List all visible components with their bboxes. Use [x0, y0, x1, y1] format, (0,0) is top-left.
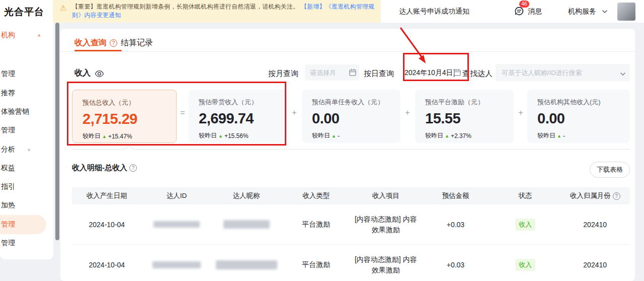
stat-card-task-income: 预估商单任务收入（元） 0.00 较昨日▲- — [302, 90, 400, 143]
sidebar-item-zhiyin[interactable]: 指引 — [0, 177, 50, 196]
detail-section-title: 收入明细-总收入 ? — [72, 163, 137, 173]
download-table-button[interactable]: 下载表格 — [590, 162, 630, 178]
expert-search-input[interactable] — [496, 64, 630, 81]
table-header: 收入产生日期 达人ID 达人昵称 收入类型 收入项目 预估金额 状态 收入归属月… — [72, 187, 630, 204]
divider — [72, 149, 630, 150]
delta-up-icon: ▲ — [332, 133, 336, 138]
message-label[interactable]: 消息 — [528, 7, 542, 16]
sidebar-item-fenxi[interactable]: 分析 ∨ — [0, 140, 50, 159]
sidebar-item-guanli-3[interactable]: 管理 — [0, 234, 50, 253]
divider — [60, 51, 635, 52]
tab-settlement-records[interactable]: 结算记录 — [121, 36, 153, 49]
col-income-project: 收入项目 — [351, 191, 421, 200]
col-expert-id: 达人ID — [142, 191, 212, 200]
stat-value: 15.55 — [425, 110, 504, 127]
delta-up-icon: ▲ — [218, 133, 223, 138]
redacted-expert-id — [142, 261, 212, 268]
stat-card-total-income: 预估总收入（元） 2,715.29 较昨日▲+15.47% — [72, 90, 177, 143]
main-panel: 收入查询 ? 结算记录 收入 按月查询 按日查询 2024年10月4日 查找达人 — [60, 29, 635, 281]
appeal-notification[interactable]: 达人账号申诉成功通知 — [399, 7, 469, 16]
operator-plus: + — [289, 108, 299, 117]
delta-up-icon: ▲ — [557, 133, 561, 138]
col-estimated-amount: 预估金额 — [421, 191, 491, 200]
sidebar-item-guanli-1[interactable]: 管理 — [0, 64, 50, 84]
topbar: 光合平台 ⚠ 【重要】逛逛机构管理规则新增条例，长期休眠机构将进行自然清退，请机… — [0, 0, 644, 23]
stat-value: 0.00 — [537, 110, 620, 127]
help-icon[interactable]: ? — [613, 192, 620, 200]
chevron-down-icon — [602, 8, 608, 14]
delta-up-icon: ▲ — [445, 133, 449, 138]
sidebar: 机构 ∧ 管理 推荐 体验营销 管理 分析 ∨ 权益 指引 加热 管理 管理 — [0, 23, 53, 259]
message-icon[interactable] — [514, 6, 524, 16]
sidebar-item-guanli-2[interactable]: 管理 — [0, 121, 50, 140]
stat-value: 2,715.29 — [83, 111, 166, 127]
sidebar-item-guanli-active[interactable]: 管理 — [0, 215, 46, 234]
card-pointer-notch — [124, 145, 133, 154]
tab-income-query[interactable]: 收入查询 ? — [74, 36, 117, 49]
stat-value: 0.00 — [312, 110, 390, 127]
redacted-expert-nickname — [211, 220, 281, 229]
calendar-icon[interactable] — [453, 68, 461, 77]
help-icon[interactable]: ? — [110, 39, 117, 47]
table-row: 2024-10-04 平台激励 [内容动态激励] 内容效果激励 +0.03 收入… — [72, 204, 630, 245]
sidebar-item-jiare[interactable]: 加热 — [0, 196, 50, 215]
notice-banner: ⚠ 【重要】逛逛机构管理规则新增条例，长期休眠机构将进行自然清退，请机构关注。 … — [53, 0, 381, 23]
service-menu[interactable]: 机构服务 — [568, 7, 596, 16]
operator-plus: + — [516, 108, 526, 117]
status-badge: 收入 — [515, 259, 535, 271]
avatar[interactable] — [617, 3, 635, 21]
delta-up-icon: ▲ — [102, 134, 107, 139]
month-query-label: 按月查询 — [268, 69, 298, 79]
table-row: 2024-10-04 平台激励 [内容动态激励] 内容效果激励 +0.03 收入… — [72, 245, 630, 281]
sidebar-item-jigou[interactable]: 机构 ∧ — [0, 26, 50, 45]
col-income-type: 收入类型 — [281, 191, 351, 200]
col-income-date: 收入产生日期 — [72, 191, 142, 200]
operator-plus: + — [403, 108, 413, 117]
operator-equals: = — [178, 108, 188, 117]
sidebar-item-tiyan-yingxiao[interactable]: 体验营销 — [0, 102, 50, 121]
stat-card-ecommerce-income: 预估带货收入（元） 2,699.74 较昨日▲+15.56% — [189, 90, 287, 143]
find-expert-label: 查找达人 — [462, 69, 493, 79]
sidebar-item-tuijian[interactable]: 推荐 — [0, 84, 50, 103]
message-badge: 46 — [519, 1, 529, 8]
col-expert-nickname: 达人昵称 — [211, 191, 281, 200]
notice-text: 【重要】逛逛机构管理规则新增条例，长期休眠机构将进行自然清退，请机构关注。 【新… — [72, 3, 376, 20]
app-logo: 光合平台 — [4, 6, 44, 19]
income-section-label: 收入 — [74, 68, 91, 79]
sidebar-item-quanyi[interactable]: 权益 — [0, 159, 50, 178]
chevron-up-icon: ∧ — [37, 33, 41, 38]
notice-important-text: 【重要】逛逛机构管理规则新增条例，长期休眠机构将进行自然清退，请机构关注。 — [72, 3, 299, 10]
day-query-label: 按日查询 — [364, 69, 394, 79]
stat-card-other-income: 预估机构其他收入(元) 0.00 较昨日▲- — [527, 90, 630, 143]
stat-card-platform-incentive: 预估平台激励（元） 15.55 较昨日▲+2.37% — [415, 90, 514, 143]
status-badge: 收入 — [515, 219, 535, 231]
help-icon[interactable]: ? — [129, 164, 137, 172]
col-income-month: 收入归属月份 ? — [560, 191, 630, 200]
chevron-down-icon: ∨ — [27, 148, 31, 152]
eye-icon[interactable] — [95, 69, 104, 79]
warning-icon: ⚠ — [60, 4, 66, 13]
redacted-expert-nickname — [211, 260, 281, 269]
stat-value: 2,699.74 — [199, 110, 277, 127]
chevron-down-icon[interactable] — [620, 70, 626, 76]
col-status: 状态 — [491, 191, 560, 200]
redacted-expert-id — [142, 221, 212, 228]
calendar-icon[interactable] — [349, 68, 357, 77]
sidebar-scrollbar[interactable] — [55, 23, 59, 240]
day-picker-input[interactable]: 2024年10月4日 — [405, 68, 454, 78]
